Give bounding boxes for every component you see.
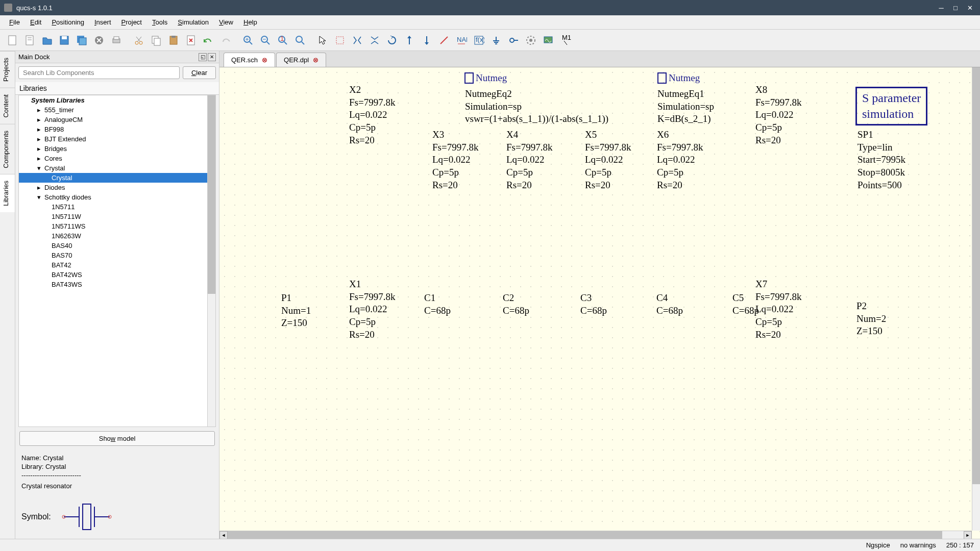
tree-scrollbar[interactable] <box>207 95 215 427</box>
wire-label-icon[interactable]: NAME <box>453 32 470 48</box>
canvas-scrollbar-h[interactable]: ◄ ► <box>219 531 972 539</box>
svg-rect-54 <box>83 504 91 530</box>
zoom-in-icon[interactable] <box>240 32 256 48</box>
display-icon[interactable] <box>540 32 556 48</box>
x5-label: X5 Fs=7997.8k Lq=0.022 Cp=5p Rs=20 <box>585 129 631 191</box>
deactivate-icon[interactable] <box>401 32 418 48</box>
tree-item-1n5711[interactable]: 1N5711 <box>19 202 215 212</box>
canvas-scrollbar-v[interactable] <box>972 67 980 531</box>
scroll-left-icon[interactable]: ◄ <box>219 531 228 539</box>
sp-simulation-box[interactable]: S parameter simulation <box>855 87 927 126</box>
menu-tools[interactable]: Tools <box>147 16 173 28</box>
mirror-v-icon[interactable] <box>366 32 383 48</box>
nutmeg-box-2[interactable] <box>464 72 474 84</box>
dock-close-icon[interactable]: ✕ <box>208 53 216 61</box>
zoom-fit-icon[interactable]: 1 <box>275 32 291 48</box>
tab-close-icon[interactable]: ⊗ <box>313 56 318 64</box>
zoom-100-icon[interactable] <box>292 32 308 48</box>
app-icon <box>4 4 12 12</box>
file-tab-QER-dpl[interactable]: QER.dpl⊗ <box>276 53 326 67</box>
paste-icon[interactable] <box>165 32 182 48</box>
new-text-icon[interactable] <box>21 32 38 48</box>
clear-button[interactable]: CClearlear <box>183 66 216 79</box>
tree-item-crystal[interactable]: ▾Crystal <box>19 163 215 173</box>
tree-item-schottky-diodes[interactable]: ▾Schottky diodes <box>19 192 215 202</box>
wire-icon[interactable] <box>436 32 452 48</box>
dock-tab-projects[interactable]: Projects <box>0 51 15 88</box>
activate-icon[interactable] <box>419 32 435 48</box>
p1-label: P1 Num=1 Z=150 <box>281 292 311 330</box>
menu-insert[interactable]: Insert <box>89 16 116 28</box>
close-file-icon[interactable] <box>91 32 107 48</box>
menu-view[interactable]: View <box>214 16 238 28</box>
tree-item-crystal[interactable]: Crystal <box>19 173 215 183</box>
tree-item-analoguecm[interactable]: ▸AnalogueCM <box>19 115 215 124</box>
left-panel: ProjectsContentComponentsLibraries Main … <box>0 51 219 539</box>
menu-project[interactable]: Project <box>116 16 147 28</box>
close-button[interactable]: ✕ <box>964 3 976 13</box>
x1-label: X1 Fs=7997.8k Lq=0.022 Cp=5p Rs=20 <box>349 278 395 341</box>
delete-icon[interactable] <box>183 32 199 48</box>
undo-icon[interactable] <box>200 32 216 48</box>
tree-item-bas70[interactable]: BAS70 <box>19 251 215 260</box>
tree-item-1n6263w[interactable]: 1N6263W <box>19 231 215 241</box>
minimize-button[interactable]: ─ <box>935 3 947 13</box>
save-all-icon[interactable] <box>74 32 90 48</box>
rotate-icon[interactable] <box>384 32 400 48</box>
menu-file[interactable]: File <box>4 16 25 28</box>
print-icon[interactable] <box>108 32 125 48</box>
file-tab-QER-sch[interactable]: QER.sch⊗ <box>224 53 275 67</box>
tree-item-bat42[interactable]: BAT42 <box>19 260 215 270</box>
menu-positioning[interactable]: Positioning <box>46 16 89 28</box>
nutmeg-box-1[interactable] <box>657 72 667 84</box>
cut-icon[interactable] <box>131 32 147 48</box>
equation-icon[interactable]: f(x) <box>471 32 487 48</box>
dock-tab-libraries[interactable]: Libraries <box>0 174 15 212</box>
schematic-canvas[interactable]: ++0-5-10-15-20-25-30-35-407.995M7.996M7.… <box>219 67 980 539</box>
scroll-right-icon[interactable]: ► <box>964 531 972 539</box>
new-file-icon[interactable] <box>4 32 20 48</box>
save-icon[interactable] <box>56 32 72 48</box>
search-input[interactable] <box>18 66 180 79</box>
svg-line-21 <box>250 42 252 44</box>
tree-item-bat43ws[interactable]: BAT43WS <box>19 280 215 289</box>
dock-tab-content[interactable]: Content <box>0 88 15 124</box>
x6-label: X6 Fs=7997.8k Lq=0.022 Cp=5p Rs=20 <box>657 129 703 191</box>
simulate-icon[interactable] <box>523 32 539 48</box>
svg-rect-16 <box>154 38 160 45</box>
crystal-symbol-icon <box>61 499 112 535</box>
tree-item-diodes[interactable]: ▸Diodes <box>19 183 215 192</box>
tree-item-bridges[interactable]: ▸Bridges <box>19 144 215 154</box>
show-model-button[interactable]: Show model <box>19 431 215 446</box>
open-icon[interactable] <box>39 32 55 48</box>
mirror-h-icon[interactable] <box>349 32 365 48</box>
tree-item-555_timer[interactable]: ▸555_timer <box>19 105 215 115</box>
menu-help[interactable]: Help <box>238 16 262 28</box>
select-marker-icon[interactable] <box>332 32 348 48</box>
port-icon[interactable] <box>505 32 522 48</box>
copy-icon[interactable] <box>148 32 164 48</box>
svg-rect-32 <box>336 37 344 44</box>
marker-icon[interactable]: M1 <box>557 32 574 48</box>
zoom-out-icon[interactable] <box>257 32 274 48</box>
maximize-button[interactable]: □ <box>949 3 962 13</box>
libraries-header: Libraries <box>15 82 219 95</box>
tree-item-bas40[interactable]: BAS40 <box>19 241 215 251</box>
tab-close-icon[interactable]: ⊗ <box>262 56 267 64</box>
tree-item-bf998[interactable]: ▸BF998 <box>19 124 215 134</box>
redo-icon[interactable] <box>217 32 234 48</box>
tree-item-1n5711w[interactable]: 1N5711W <box>19 212 215 221</box>
info-name: Name: Crystal <box>21 454 213 462</box>
tree-item-1n5711ws[interactable]: 1N5711WS <box>19 221 215 231</box>
dock-header: Main Dock ◱ ✕ <box>15 51 219 63</box>
menu-edit[interactable]: Edit <box>25 16 46 28</box>
tree-item-bat42ws[interactable]: BAT42WS <box>19 270 215 280</box>
tree-item-bjt-extended[interactable]: ▸BJT Extended <box>19 134 215 144</box>
dock-float-icon[interactable]: ◱ <box>199 53 207 61</box>
menu-simulation[interactable]: Simulation <box>173 16 214 28</box>
tree-item-cores[interactable]: ▸Cores <box>19 154 215 163</box>
library-tree[interactable]: System Libraries▸555_timer▸AnalogueCM▸BF… <box>18 95 216 427</box>
ground-icon[interactable] <box>488 32 504 48</box>
select-icon[interactable] <box>314 32 331 48</box>
dock-tab-components[interactable]: Components <box>0 124 15 174</box>
